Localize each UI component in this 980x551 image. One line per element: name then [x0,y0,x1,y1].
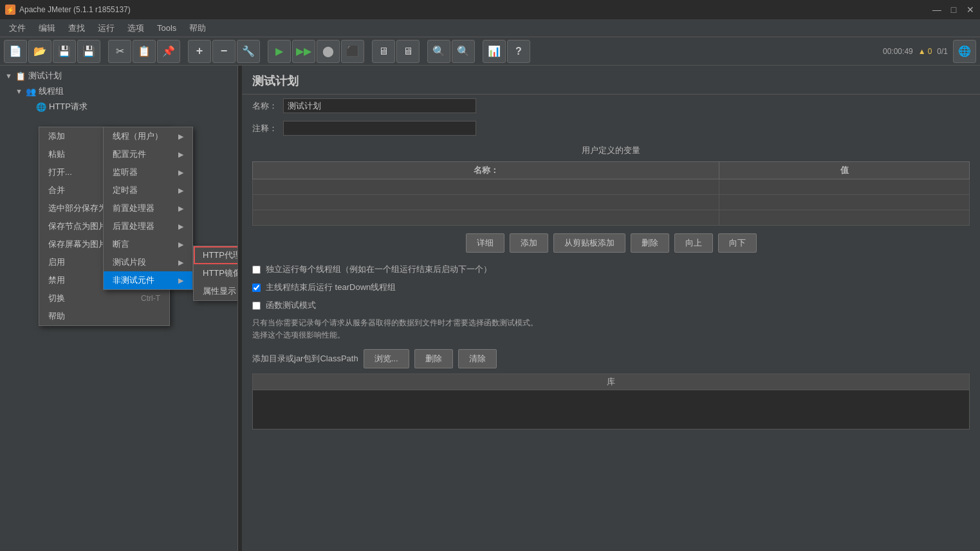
checkbox-row-1: 独立运行每个线程组（例如在一个组运行结束后启动下一个） [242,260,980,278]
tree-item-httpreq[interactable]: 🌐 HTTP请求 [3,99,235,114]
minimize-button[interactable]: — [932,5,941,14]
sub1-assertion[interactable]: 断言 ▶ [104,235,192,253]
checkbox-independent[interactable] [252,266,261,274]
window-controls[interactable]: — □ ✕ [932,5,975,14]
sub1-timer-label: 定时器 [113,185,138,196]
submenu1-add[interactable]: 线程（用户） ▶ 配置元件 ▶ 监听器 ▶ 定时器 ▶ 前置处理器 ▶ 后置处理… [103,127,193,290]
ctx-toggle[interactable]: 切换 Ctrl-T [39,289,169,307]
app-icon: ⚡ [5,5,15,15]
add-clipboard-button[interactable]: 从剪贴板添加 [553,233,625,253]
stop-now-button[interactable]: ⬛ [341,40,364,63]
cell-name [253,210,719,226]
threadgroup-icon: 👥 [26,87,36,96]
sub1-pre-processor[interactable]: 前置处理器 ▶ [104,199,192,217]
cell-value [719,179,970,195]
sub2-http-proxy[interactable]: HTTP代理服务器 [194,246,238,264]
name-input[interactable] [283,98,476,113]
classpath-delete-button[interactable]: 删除 [414,349,453,368]
browse-button[interactable]: 浏览... [364,349,409,368]
remote1-button[interactable]: 🖥 [372,40,395,63]
ctx-help[interactable]: 帮助 [39,307,169,325]
ctx-toggle-shortcut: Ctrl-T [141,294,160,303]
warn-icon: ▲ [918,47,926,56]
menu-help[interactable]: 帮助 [183,20,212,37]
sub1-assertion-label: 断言 [113,239,129,250]
menu-run[interactable]: 运行 [91,20,121,37]
sub2-http-mirror[interactable]: HTTP镜像服务器 [194,264,238,282]
results-button[interactable]: 📊 [483,40,506,63]
sub1-timer[interactable]: 定时器 ▶ [104,181,192,199]
sub2-property-display[interactable]: 属性显示 [194,282,238,300]
remove-node-button[interactable]: − [212,40,236,63]
sub1-test-fragment[interactable]: 测试片段 ▶ [104,253,192,271]
run-no-stop-button[interactable]: ▶▶ [292,40,315,63]
menu-find[interactable]: 查找 [62,20,91,37]
ctx-merge-label: 合并 [48,185,65,196]
remote2-button[interactable]: 🖥 [396,40,420,63]
lib-section: 库 [252,374,970,429]
ctx-open-label: 打开... [48,167,72,178]
clear-button[interactable]: 🔧 [237,40,260,63]
add-node-button[interactable]: + [188,40,211,63]
menu-file[interactable]: 文件 [3,20,32,37]
sub1-threads[interactable]: 线程（用户） ▶ [104,127,192,145]
ctx-enable-label: 启用 [48,257,65,268]
main-layout: ▼ 📋 测试计划 ▼ 👥 线程组 🌐 HTTP请求 添加 ▶ 粘贴 [0,66,980,551]
checkbox-independent-label: 独立运行每个线程组（例如在一个组运行结束后启动下一个） [266,264,492,275]
classpath-label: 添加目录或jar包到ClassPath [252,353,358,365]
classpath-row: 添加目录或jar包到ClassPath 浏览... 删除 清除 [242,344,980,374]
help-toolbar-button[interactable]: ? [507,40,530,63]
sub1-assertion-arrow: ▶ [178,240,183,249]
run-button[interactable]: ▶ [268,40,291,63]
save-as-button[interactable]: 💾 [77,40,100,63]
tree-item-threadgroup[interactable]: ▼ 👥 线程组 [3,84,235,99]
toggle-testplan[interactable]: ▼ [5,72,13,80]
detail-button[interactable]: 详细 [466,233,504,253]
ctx-add-label: 添加 [48,131,65,142]
sub1-timer-arrow: ▶ [178,186,183,195]
cut-button[interactable]: ✂ [108,40,131,63]
sub1-non-test[interactable]: 非测试元件 ▶ [104,271,192,289]
testplan-icon: 📋 [15,71,26,81]
checkbox-functest[interactable] [252,302,261,310]
analyze-button[interactable]: 🔍 [427,40,450,63]
maximize-button[interactable]: □ [949,5,958,14]
open-button[interactable]: 📂 [28,40,51,63]
sub1-post-processor[interactable]: 后置处理器 ▶ [104,217,192,235]
menu-edit[interactable]: 编辑 [32,20,62,37]
ctx-save-screen-label: 保存屏幕为图片 [48,239,107,250]
classpath-clear-button[interactable]: 清除 [458,349,497,368]
add-button[interactable]: 添加 [510,233,548,253]
toggle-threadgroup[interactable]: ▼ [15,87,23,95]
save-button[interactable]: 💾 [53,40,76,63]
menu-tools[interactable]: Tools [151,21,183,35]
copy-button[interactable]: 📋 [133,40,156,63]
submenu2-nontest[interactable]: HTTP代理服务器 HTTP镜像服务器 属性显示 [193,246,238,301]
sub1-listener[interactable]: 监听器 ▶ [104,163,192,181]
ctx-help-label: 帮助 [48,311,65,322]
up-button[interactable]: 向上 [674,233,713,253]
title-bar: ⚡ Apache JMeter (5.1.1 r1855137) — □ ✕ [0,0,980,19]
tree-item-testplan[interactable]: ▼ 📋 测试计划 [3,68,235,84]
checkbox-functest-label: 函数测试模式 [266,300,316,311]
desc-line2: 选择这个选项很影响性能。 [252,329,970,341]
comment-label: 注释： [252,123,278,134]
sub1-listener-arrow: ▶ [178,168,183,177]
httpreq-label: HTTP请求 [49,101,88,113]
analyze2-button[interactable]: 🔍 [452,40,475,63]
globe-button[interactable]: 🌐 [953,40,976,63]
paste-button[interactable]: 📌 [157,40,180,63]
checkbox-row-2: 主线程结束后运行 tearDown线程组 [242,278,980,296]
checkbox-teardown[interactable] [252,284,261,292]
cell-value [719,195,970,210]
close-button[interactable]: ✕ [966,5,975,14]
table-row [253,179,970,195]
comment-input[interactable] [283,121,476,136]
stop-button[interactable]: ⬤ [317,40,340,63]
sub1-config[interactable]: 配置元件 ▶ [104,145,192,163]
delete-button[interactable]: 删除 [631,233,669,253]
new-button[interactable]: 📄 [4,40,27,63]
menu-options[interactable]: 选项 [121,20,151,37]
toolbar-info: 00:00:49 ▲ 0 0/1 🌐 [883,40,976,63]
down-button[interactable]: 向下 [718,233,757,253]
